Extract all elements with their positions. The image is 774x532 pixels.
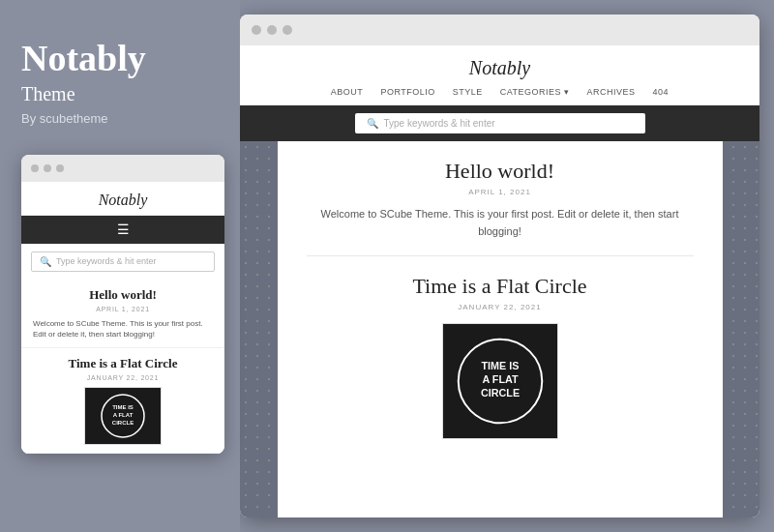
- desktop-post-1-title: Hello world!: [307, 159, 694, 184]
- mobile-post-2: Time is a Flat Circle JANUARY 22, 2021 T…: [21, 348, 224, 454]
- desktop-dot-1: [252, 25, 261, 35]
- mobile-post-1-title: Hello world!: [33, 287, 213, 303]
- theme-author: By scubetheme: [21, 111, 221, 126]
- mobile-dot-2: [44, 164, 51, 172]
- left-panel: Notably Theme By scubetheme Notably ☰ 🔍 …: [0, 0, 240, 532]
- mobile-post-1: Hello world! APRIL 1, 2021 Welcome to SC…: [21, 280, 224, 348]
- desktop-search-input[interactable]: 🔍 Type keywords & hit enter: [355, 113, 645, 133]
- mobile-nav-bar: ☰: [21, 216, 224, 244]
- mobile-header: Notably: [21, 182, 224, 216]
- mobile-post-1-date: APRIL 1, 2021: [33, 306, 213, 312]
- svg-text:TIME IS: TIME IS: [112, 404, 134, 410]
- desktop-nav: ABOUT PORTFOLIO STYLE CATEGORIES ARCHIVE…: [240, 87, 759, 104]
- desktop-search-placeholder: Type keywords & hit enter: [384, 118, 495, 129]
- mobile-flat-circle-art: TIME IS A FLAT CIRCLE: [85, 388, 161, 444]
- mobile-search[interactable]: 🔍 Type keywords & hit enter: [31, 251, 215, 272]
- mobile-search-placeholder: Type keywords & hit enter: [56, 256, 157, 266]
- theme-subtitle: Theme: [21, 83, 221, 105]
- mobile-content: Notably ☰ 🔍 Type keywords & hit enter He…: [21, 182, 224, 454]
- theme-title: Notably: [21, 39, 221, 79]
- mobile-browser-bar: [21, 155, 224, 182]
- desktop-browser-bar: [240, 15, 759, 45]
- desktop-mockup: Notably ABOUT PORTFOLIO STYLE CATEGORIES…: [240, 15, 759, 517]
- desktop-dot-2: [267, 25, 277, 35]
- desktop-search-icon: 🔍: [367, 118, 378, 129]
- desktop-body: Notably ABOUT PORTFOLIO STYLE CATEGORIES…: [240, 45, 759, 517]
- desktop-post-2-title: Time is a Flat Circle: [307, 274, 694, 299]
- desktop-site-title: Notably: [240, 57, 759, 79]
- flat-circle-art: TIME IS A FLAT CIRCLE: [443, 323, 557, 439]
- mobile-search-icon: 🔍: [40, 256, 51, 267]
- nav-item-categories[interactable]: CATEGORIES: [500, 87, 570, 97]
- desktop-posts: Hello world! APRIL 1, 2021 Welcome to SC…: [287, 141, 713, 453]
- desktop-site-header: Notably ABOUT PORTFOLIO STYLE CATEGORIES…: [240, 45, 759, 105]
- svg-text:TIME IS: TIME IS: [481, 360, 519, 371]
- svg-text:CIRCLE: CIRCLE: [112, 420, 134, 426]
- mobile-site-title: Notably: [99, 192, 148, 208]
- mobile-post-2-title: Time is a Flat Circle: [33, 356, 213, 371]
- svg-text:CIRCLE: CIRCLE: [480, 387, 519, 399]
- desktop-post-2-date: JANUARY 22, 2021: [307, 303, 694, 311]
- nav-item-about[interactable]: ABOUT: [331, 87, 364, 97]
- desktop-dot-3: [283, 25, 292, 35]
- hamburger-icon[interactable]: ☰: [117, 222, 130, 238]
- nav-item-404[interactable]: 404: [653, 87, 670, 97]
- mobile-thumbnail: TIME IS A FLAT CIRCLE: [84, 387, 162, 445]
- desktop-search-bar: 🔍 Type keywords & hit enter: [240, 105, 759, 141]
- nav-item-portfolio[interactable]: PORTFOLIO: [380, 87, 434, 97]
- mobile-dot-3: [56, 164, 64, 172]
- desktop-post-1-excerpt: Welcome to SCube Theme. This is your fir…: [307, 206, 694, 240]
- mobile-dot-1: [31, 164, 39, 172]
- desktop-thumbnail: TIME IS A FLAT CIRCLE: [442, 323, 558, 439]
- desktop-post-1-date: APRIL 1, 2021: [307, 188, 694, 196]
- desktop-post-1: Hello world! APRIL 1, 2021 Welcome to SC…: [307, 141, 694, 256]
- desktop-posts-wrapper: Hello world! APRIL 1, 2021 Welcome to SC…: [278, 141, 723, 517]
- desktop-content-outer: Hello world! APRIL 1, 2021 Welcome to SC…: [240, 141, 759, 517]
- nav-item-archives[interactable]: ARCHIVES: [587, 87, 636, 97]
- nav-item-style[interactable]: STYLE: [453, 87, 483, 97]
- svg-text:A FLAT: A FLAT: [482, 373, 519, 385]
- desktop-post-2: Time is a Flat Circle JANUARY 22, 2021 T…: [307, 256, 694, 453]
- mobile-post-2-date: JANUARY 22, 2021: [33, 374, 213, 381]
- mobile-mockup: Notably ☰ 🔍 Type keywords & hit enter He…: [21, 155, 224, 454]
- svg-text:A FLAT: A FLAT: [113, 412, 134, 418]
- mobile-post-1-excerpt: Welcome to SCube Theme. This is your fir…: [33, 318, 213, 340]
